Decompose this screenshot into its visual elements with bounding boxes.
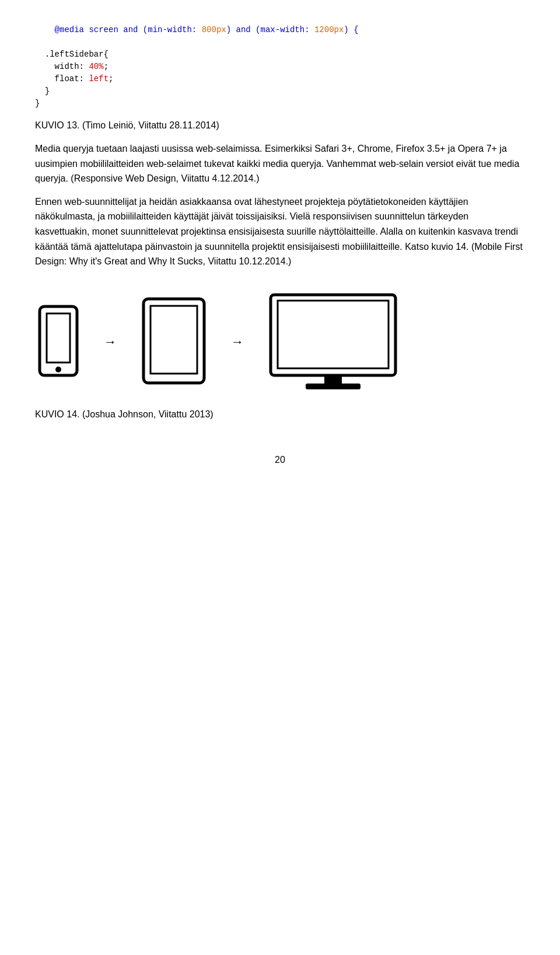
svg-rect-4	[150, 306, 197, 374]
code-line-4: float: left;	[35, 73, 525, 85]
device-group: → →	[35, 292, 400, 392]
phone-device	[35, 304, 82, 380]
code-token: (min-width:	[138, 25, 201, 34]
code-line-6: }	[35, 97, 525, 110]
tablet-icon	[139, 297, 209, 387]
paragraph1: Media queryja tuetaan laajasti uusissa w…	[35, 141, 525, 186]
paragraph2: Ennen web-suunnittelijat ja heidän asiak…	[35, 194, 525, 269]
code-token: @media screen	[55, 25, 124, 34]
code-token: (max-width:	[251, 25, 314, 34]
code-token: }	[35, 86, 50, 96]
code-token-and1: and	[123, 25, 138, 34]
desktop-icon	[266, 292, 400, 392]
svg-rect-5	[271, 295, 396, 375]
code-line-1: @media screen and (min-width: 800px) and…	[35, 12, 525, 48]
code-value: 1200px	[314, 25, 344, 34]
svg-rect-3	[144, 299, 204, 383]
code-token: ;	[108, 74, 113, 83]
code-token: }	[35, 99, 40, 108]
arrow1: →	[104, 334, 117, 350]
code-token: float:	[35, 74, 89, 83]
code-line-3: width: 40%;	[35, 61, 525, 73]
page-number: 20	[35, 455, 525, 465]
tablet-device	[139, 297, 209, 387]
phone-icon	[35, 304, 82, 380]
code-line-2: .leftSidebar{	[35, 48, 525, 61]
code-value: left	[89, 74, 108, 83]
svg-rect-0	[40, 306, 77, 375]
figure14-label: KUVIO 14. (Joshua Johnson, Viitattu 2013…	[35, 409, 525, 420]
code-value: 800px	[202, 25, 226, 34]
figure13-label: KUVIO 13. (Timo Leiniö, Viitattu 28.11.2…	[35, 120, 525, 131]
code-token-and2: and	[236, 25, 251, 34]
code-token: ;	[104, 62, 108, 71]
code-value: 40%	[89, 62, 103, 71]
svg-point-2	[55, 367, 61, 372]
arrow2: →	[231, 334, 244, 350]
svg-rect-6	[278, 301, 388, 368]
devices-illustration: → →	[35, 292, 525, 392]
svg-rect-1	[47, 313, 70, 363]
code-token: .leftSidebar{	[35, 50, 108, 59]
code-token: )	[226, 25, 236, 34]
svg-rect-7	[324, 375, 342, 385]
code-block: @media screen and (min-width: 800px) and…	[35, 12, 525, 110]
code-token: ) {	[344, 25, 358, 34]
code-line-5: }	[35, 85, 525, 97]
desktop-device	[266, 292, 400, 392]
svg-rect-8	[306, 384, 360, 389]
code-token: width:	[35, 62, 89, 71]
